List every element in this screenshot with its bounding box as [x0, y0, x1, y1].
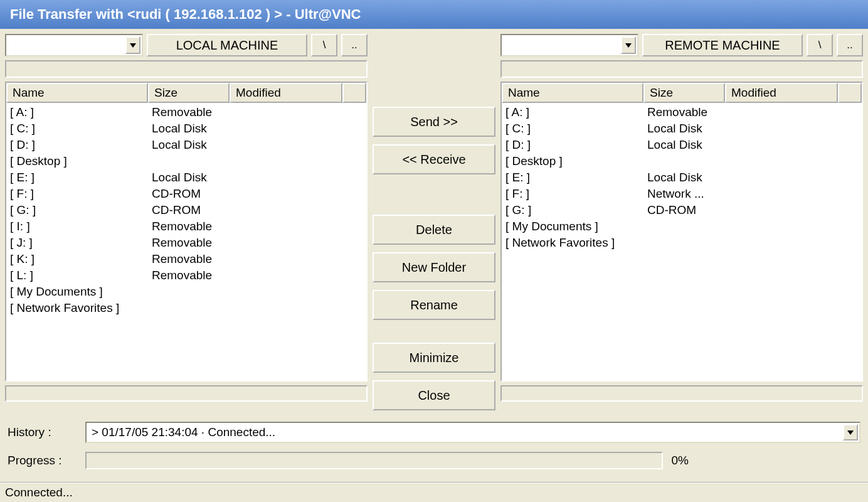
list-item[interactable]: [ D: ]Local Disk: [505, 137, 862, 153]
rename-button[interactable]: Rename: [373, 290, 495, 320]
cell-modified: [233, 169, 346, 186]
cell-name: [ Network Favorites ]: [10, 300, 152, 316]
cell-modified: [233, 284, 346, 300]
local-file-list[interactable]: Name Size Modified [ A: ]Removable[ C: ]…: [5, 82, 368, 382]
cell-modified: [729, 169, 842, 186]
list-item[interactable]: [ Desktop ]: [505, 153, 862, 169]
list-item[interactable]: [ L: ]Removable: [10, 267, 366, 284]
list-item[interactable]: [ G: ]CD-ROM: [505, 202, 862, 218]
list-item[interactable]: [ I: ]Removable: [10, 218, 366, 235]
chevron-down-icon[interactable]: [621, 36, 636, 54]
local-list-header: Name Size Modified: [6, 83, 366, 103]
cell-size: Local Disk: [647, 120, 729, 137]
list-item[interactable]: [ My Documents ]: [10, 284, 366, 300]
cell-name: [ E: ]: [10, 169, 152, 186]
remote-pane: REMOTE MACHINE \ .. Name Size Modified […: [500, 34, 863, 410]
cell-modified: [729, 137, 842, 153]
remote-up-button[interactable]: ..: [837, 34, 863, 56]
status-text: Connected...: [5, 486, 73, 499]
list-item[interactable]: [ My Documents ]: [505, 218, 862, 235]
list-item[interactable]: [ F: ]Network ...: [505, 186, 862, 202]
cell-name: [ D: ]: [10, 137, 152, 153]
cell-modified: [233, 104, 346, 120]
cell-name: [ L: ]: [10, 267, 152, 284]
remote-file-list[interactable]: Name Size Modified [ A: ]Removable[ C: ]…: [500, 82, 863, 382]
cell-name: [ A: ]: [10, 104, 152, 120]
delete-button[interactable]: Delete: [373, 215, 495, 245]
list-item[interactable]: [ G: ]CD-ROM: [10, 202, 366, 218]
cell-size: Local Disk: [152, 120, 233, 137]
list-item[interactable]: [ F: ]CD-ROM: [10, 186, 366, 202]
cell-modified: [233, 218, 346, 235]
list-item[interactable]: [ K: ]Removable: [10, 251, 366, 267]
remote-drive-combo[interactable]: [500, 34, 638, 56]
cell-name: [ Desktop ]: [505, 153, 647, 169]
window-titlebar: File Transfer with <rudi ( 192.168.1.102…: [0, 0, 868, 29]
cell-name: [ C: ]: [505, 120, 647, 137]
list-item[interactable]: [ Network Favorites ]: [505, 235, 862, 251]
list-item[interactable]: [ C: ]Local Disk: [505, 120, 862, 137]
column-size[interactable]: Size: [148, 83, 230, 103]
local-path-bar: [5, 60, 368, 78]
local-footer-bar: [5, 385, 368, 402]
column-modified[interactable]: Modified: [725, 83, 838, 103]
column-name[interactable]: Name: [502, 83, 643, 103]
list-item[interactable]: [ E: ]Local Disk: [10, 169, 366, 186]
list-item[interactable]: [ E: ]Local Disk: [505, 169, 862, 186]
cell-size: [647, 235, 729, 251]
minimize-button[interactable]: Minimize: [373, 343, 495, 373]
cell-modified: [233, 251, 346, 267]
cell-size: Network ...: [647, 186, 729, 202]
list-item[interactable]: [ A: ]Removable: [10, 104, 366, 120]
cell-size: Removable: [152, 267, 233, 284]
cell-size: CD-ROM: [152, 186, 233, 202]
cell-modified: [729, 202, 842, 218]
list-item[interactable]: [ C: ]Local Disk: [10, 120, 366, 137]
new-folder-button[interactable]: New Folder: [373, 252, 495, 282]
cell-size: Local Disk: [647, 169, 729, 186]
list-item[interactable]: [ J: ]Removable: [10, 235, 366, 251]
cell-name: [ D: ]: [505, 137, 647, 153]
cell-size: Local Disk: [152, 169, 233, 186]
local-root-button[interactable]: \: [311, 34, 337, 56]
column-size[interactable]: Size: [643, 83, 725, 103]
cell-size: [152, 300, 233, 316]
column-modified[interactable]: Modified: [230, 83, 342, 103]
list-item[interactable]: [ A: ]Removable: [505, 104, 862, 120]
cell-size: CD-ROM: [647, 202, 729, 218]
column-name[interactable]: Name: [6, 83, 148, 103]
receive-button[interactable]: << Receive: [373, 144, 495, 174]
window-title: File Transfer with <rudi ( 192.168.1.102…: [10, 6, 361, 22]
cell-modified: [729, 153, 842, 169]
cell-size: Local Disk: [152, 137, 233, 153]
close-button[interactable]: Close: [373, 380, 495, 410]
cell-size: CD-ROM: [152, 202, 233, 218]
local-drive-combo[interactable]: [5, 34, 143, 56]
list-item[interactable]: [ Network Favorites ]: [10, 300, 366, 316]
remote-machine-button[interactable]: REMOTE MACHINE: [642, 34, 803, 56]
remote-list-header: Name Size Modified: [502, 83, 862, 103]
local-up-button[interactable]: ..: [341, 34, 368, 56]
list-item[interactable]: [ D: ]Local Disk: [10, 137, 366, 153]
cell-name: [ E: ]: [505, 169, 647, 186]
history-combo[interactable]: > 01/17/05 21:34:04 · Connected...: [85, 422, 860, 443]
cell-name: [ G: ]: [505, 202, 647, 218]
cell-size: [647, 218, 729, 235]
cell-name: [ Desktop ]: [10, 153, 152, 169]
history-value: > 01/17/05 21:34:04 · Connected...: [92, 425, 275, 439]
cell-name: [ My Documents ]: [505, 218, 647, 235]
remote-root-button[interactable]: \: [807, 34, 833, 56]
chevron-down-icon[interactable]: [843, 424, 858, 441]
cell-modified: [729, 186, 842, 202]
local-machine-button[interactable]: LOCAL MACHINE: [147, 34, 307, 56]
action-column: Send >> << Receive Delete New Folder Ren…: [373, 34, 495, 410]
remote-path-bar: [500, 60, 863, 78]
progress-percent: 0%: [672, 454, 689, 467]
cell-name: [ I: ]: [10, 218, 152, 235]
chevron-down-icon[interactable]: [125, 36, 140, 54]
status-bar: Connected...: [0, 482, 868, 502]
cell-name: [ J: ]: [10, 235, 152, 251]
send-button[interactable]: Send >>: [373, 107, 495, 137]
list-item[interactable]: [ Desktop ]: [10, 153, 366, 169]
cell-size: [152, 153, 233, 169]
